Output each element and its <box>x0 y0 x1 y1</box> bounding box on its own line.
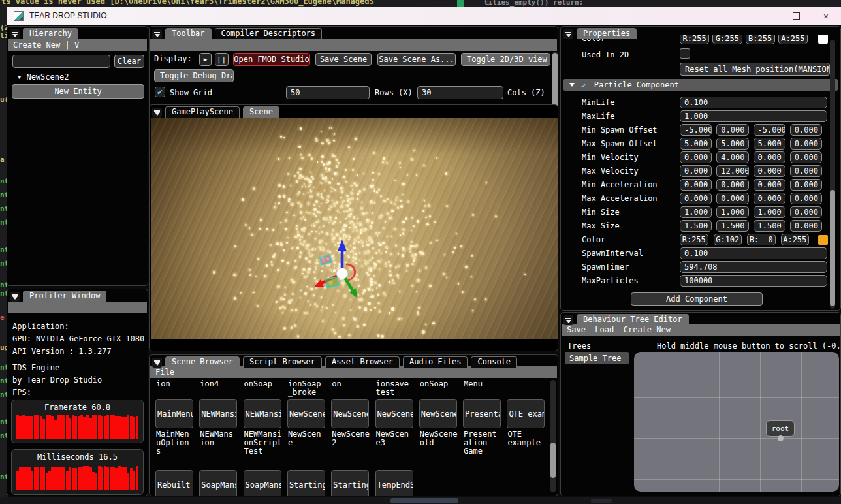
tree-expand-icon[interactable]: ▼ <box>18 74 21 80</box>
property-input[interactable]: 0.000 <box>754 151 785 163</box>
property-input[interactable]: 0.000 <box>790 151 822 163</box>
transform-gizmo[interactable] <box>303 234 381 313</box>
gizmo-axis-y-arrowhead[interactable] <box>338 240 347 251</box>
titlebar[interactable]: TEAR DROP STUDIO ✕ <box>7 7 841 25</box>
tab-hierarchy[interactable]: Hierarchy <box>23 28 78 39</box>
component-enabled-checkbox[interactable]: ✔ <box>581 80 586 90</box>
property-input[interactable]: 0.000 <box>716 124 748 136</box>
particle-color-swatch[interactable] <box>818 235 828 245</box>
root-node[interactable]: root <box>766 420 795 437</box>
property-input[interactable]: 0.000 <box>680 165 712 177</box>
clear-button[interactable]: Clear <box>114 55 144 68</box>
scene-tile[interactable]: NewScene <box>375 399 413 428</box>
property-input[interactable]: 0.000 <box>680 151 712 163</box>
color-channel-button[interactable]: B: 0 <box>747 234 776 245</box>
scene-tile[interactable]: NewScene <box>287 399 325 428</box>
scene-tile[interactable]: NewScene <box>331 399 369 428</box>
property-input[interactable]: 0.000 <box>716 179 748 191</box>
property-input[interactable]: 0.000 <box>790 220 822 232</box>
collapse-panel-icon[interactable] <box>152 29 162 39</box>
tab-properties[interactable]: Properties <box>577 28 637 39</box>
scene-tile[interactable]: QTE exam <box>507 399 545 428</box>
property-input[interactable]: 0.100 <box>680 97 827 108</box>
collapse-panel-icon[interactable] <box>152 358 162 368</box>
play-button[interactable]: ▶ <box>199 53 212 66</box>
property-input[interactable]: 594.708 <box>680 261 827 273</box>
gizmo-plane-handle-z[interactable] <box>326 277 339 287</box>
property-input[interactable]: 0.000 <box>790 206 822 218</box>
menu-create-new[interactable]: Create New <box>624 325 671 334</box>
pause-button[interactable]: || <box>215 53 229 66</box>
tab-compiler-descriptors[interactable]: Compiler Descriptors <box>215 28 323 39</box>
save-scene-as-button[interactable]: Save Scene As... <box>377 53 456 66</box>
menu-save[interactable]: Save <box>567 325 586 334</box>
color-channel-button[interactable]: G:255 <box>712 35 742 44</box>
tab-scene[interactable]: Scene <box>243 106 279 118</box>
property-input[interactable]: 0.000 <box>754 165 785 177</box>
property-input[interactable]: 100000 <box>680 275 827 287</box>
tab-console[interactable]: Console <box>471 356 517 368</box>
save-scene-button[interactable]: Save Scene <box>315 53 372 66</box>
property-input[interactable]: 1.500 <box>680 220 712 232</box>
open-fmod-button[interactable]: Open FMOD Studio <box>233 53 310 66</box>
collapse-panel-icon[interactable] <box>10 29 20 39</box>
root-node-connector[interactable] <box>778 435 784 441</box>
rows-x-input[interactable]: 50 <box>286 86 370 99</box>
property-input[interactable]: -5.000 <box>680 124 712 136</box>
property-input[interactable]: 0.000 <box>790 193 822 204</box>
mesh-color-swatch[interactable] <box>818 35 828 44</box>
collapse-panel-icon[interactable] <box>10 292 20 302</box>
property-input[interactable]: 1.500 <box>754 220 785 232</box>
gizmo-origin-sphere[interactable] <box>337 268 348 279</box>
property-input[interactable]: 4.000 <box>716 151 748 163</box>
maximize-button[interactable] <box>781 7 811 25</box>
tab-script-browser[interactable]: Script Browser <box>243 356 322 368</box>
reset-mesh-button[interactable]: Reset all Mesh position(MANSION <box>680 63 830 76</box>
behaviour-tree-canvas[interactable]: root <box>634 352 839 492</box>
sample-tree-item[interactable]: Sample Tree <box>565 352 629 364</box>
add-component-button[interactable]: Add Component <box>631 292 763 306</box>
tab-profiler-window[interactable]: Profiler Window <box>23 291 106 302</box>
property-input[interactable]: 1.000 <box>716 206 748 218</box>
toolbar-scrollbar-thumb[interactable] <box>552 53 558 109</box>
tab-asset-browser[interactable]: Asset Browser <box>325 356 400 368</box>
property-input[interactable]: 0.000 <box>790 179 822 191</box>
toggle-2d3d-button[interactable]: Toggle 2D/3D view <box>461 53 550 66</box>
scene-tile[interactable]: NEWMansi <box>199 399 237 428</box>
property-input[interactable]: 5.000 <box>680 138 712 150</box>
collapse-panel-icon[interactable] <box>563 315 573 325</box>
tab-audio-files[interactable]: Audio Files <box>403 356 468 368</box>
property-input[interactable]: -5.000 <box>754 124 785 136</box>
menu-load[interactable]: Load <box>595 325 614 334</box>
properties-scrollbar-thumb[interactable] <box>830 190 835 306</box>
show-grid-checkbox[interactable]: ✔ <box>155 87 165 97</box>
property-input[interactable]: 1.000 <box>680 110 827 122</box>
property-input[interactable]: 0.000 <box>716 193 748 204</box>
property-input[interactable]: 1.000 <box>680 206 712 218</box>
property-input[interactable]: 12.000 <box>716 165 748 177</box>
search-input[interactable] <box>12 55 110 68</box>
property-input[interactable]: 0.000 <box>680 193 712 204</box>
tab-behaviour-tree-editor[interactable]: Behaviour Tree Editor <box>577 314 689 325</box>
scene-tile[interactable]: Rebuilt <box>155 470 193 496</box>
property-input[interactable]: 0.000 <box>790 165 822 177</box>
scene-tile[interactable]: SoapMans <box>244 470 281 496</box>
tab-scene-browser[interactable]: Scene Browser <box>165 356 240 368</box>
property-input[interactable]: 0.000 <box>754 193 785 204</box>
scene-tile[interactable]: SoapMans <box>199 470 237 496</box>
property-input[interactable]: 0.000 <box>680 179 712 191</box>
property-input[interactable]: 5.000 <box>754 138 785 150</box>
property-input[interactable]: 0.100 <box>680 247 827 259</box>
property-input[interactable]: 1.000 <box>754 206 785 218</box>
new-entity-button[interactable]: New Entity <box>12 84 144 99</box>
property-input[interactable]: 5.000 <box>716 138 748 150</box>
property-input[interactable]: 0.000 <box>754 179 785 191</box>
collapse-component-icon[interactable] <box>569 83 575 87</box>
tree-node-newscene2[interactable]: ▼ NewScene2 <box>18 72 69 82</box>
scene-tile[interactable]: Starting <box>287 470 325 496</box>
toggle-debug-draw-button[interactable]: Toggle Debug Draw <box>154 69 234 82</box>
property-input[interactable]: 0.000 <box>790 124 822 136</box>
scene-tile[interactable]: NEWMansi <box>244 399 281 428</box>
hierarchy-menubar[interactable]: Create New | V <box>8 39 147 51</box>
particle-component-header[interactable]: ✔ Particle Component <box>563 79 838 91</box>
